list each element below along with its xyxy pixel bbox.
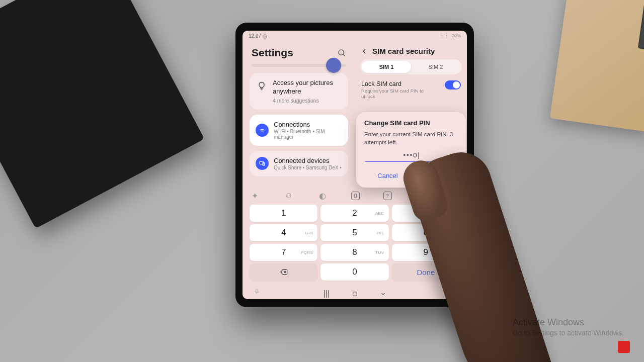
suggestion-title: Access your pictures anywhere: [273, 79, 341, 96]
product-box: Galaxy Z Fold6: [0, 0, 204, 229]
page-title: Settings: [252, 47, 293, 59]
connections-title: Connections: [274, 121, 342, 128]
text-scan-icon[interactable]: [383, 192, 392, 200]
connections-subtitle: Wi-Fi • Bluetooth • SIM manager: [274, 129, 342, 140]
lock-sim-toggle[interactable]: [445, 80, 461, 89]
channel-logo: [618, 341, 630, 353]
svg-point-0: [339, 50, 344, 55]
tab-sim-1[interactable]: SIM 1: [362, 61, 411, 73]
emoji-icon[interactable]: ☺: [283, 191, 293, 201]
profile-avatar[interactable]: [326, 58, 341, 73]
account-card-peek[interactable]: [250, 64, 348, 73]
recents-icon[interactable]: |||: [323, 290, 331, 297]
key-1[interactable]: 1: [250, 205, 317, 222]
key-backspace[interactable]: [250, 263, 317, 281]
battery-percent: 20%: [452, 33, 461, 38]
sim-tabs: SIM 1 SIM 2: [360, 59, 462, 74]
gif-icon[interactable]: ◐: [317, 191, 328, 201]
wooden-prop: [550, 0, 644, 132]
connected-devices-title: Connected devices: [274, 157, 342, 164]
key-5[interactable]: 5JKL: [320, 224, 388, 241]
lock-sim-row[interactable]: Lock SIM card Require your SIM card PIN …: [360, 79, 462, 102]
sticker-icon[interactable]: ✦: [250, 191, 260, 201]
lock-sim-title: Lock SIM card: [361, 80, 432, 87]
suggestion-card[interactable]: Access your pictures anywhere 4 more sug…: [250, 73, 348, 110]
navigation-bar: |||: [243, 287, 467, 299]
key-2[interactable]: 2ABC: [320, 205, 388, 222]
status-time: 12:07 ◎: [249, 33, 267, 39]
svg-line-1: [343, 54, 345, 56]
home-icon[interactable]: [351, 290, 359, 297]
status-bar: 12:07 ◎ ⋮⋮ 20%: [243, 31, 467, 41]
key-8[interactable]: 8TUV: [320, 244, 388, 261]
metal-hinge: [638, 4, 644, 50]
back-nav-icon[interactable]: [379, 290, 387, 297]
os-watermark: Activate Windows Go to Settings to activ…: [513, 317, 624, 337]
voice-input-icon[interactable]: [254, 288, 260, 295]
clipboard-icon[interactable]: [351, 192, 360, 200]
key-0[interactable]: 0: [320, 263, 388, 281]
svg-rect-9: [256, 289, 258, 293]
dialog-title: Change SIM card PIN: [364, 119, 458, 127]
dialog-body: Enter your current SIM card PIN. 3 attem…: [364, 131, 458, 146]
detail-title: SIM card security: [372, 47, 435, 55]
settings-pane: Settings Access your pictures anywhere 4…: [243, 41, 355, 188]
product-box-label: Galaxy Z Fold6: [0, 0, 2, 73]
wifi-icon: ⋮⋮: [440, 33, 449, 38]
search-icon[interactable]: [337, 48, 346, 57]
lock-sim-subtitle: Require your SIM card PIN to unlock: [361, 88, 432, 100]
lightbulb-icon: [257, 81, 267, 91]
sidebar-item-connections[interactable]: Connections Wi-Fi • Bluetooth • SIM mana…: [250, 115, 348, 146]
key-4[interactable]: 4GHI: [250, 224, 317, 241]
sidebar-item-connected-devices[interactable]: Connected devices Quick Share • Samsung …: [250, 151, 348, 176]
suggestion-subtitle: 4 more suggestions: [273, 98, 341, 104]
backspace-icon: [278, 268, 289, 276]
svg-rect-8: [353, 292, 357, 296]
key-7[interactable]: 7PQRS: [250, 244, 317, 261]
wifi-circle-icon: [256, 124, 269, 137]
connected-devices-subtitle: Quick Share • Samsung DeX •: [274, 165, 342, 170]
tab-sim-2[interactable]: SIM 2: [411, 61, 460, 73]
back-icon[interactable]: [360, 47, 368, 55]
svg-rect-4: [354, 194, 357, 197]
devices-circle-icon: [256, 157, 269, 170]
status-right-cluster: ⋮⋮ 20%: [440, 33, 461, 38]
svg-rect-3: [263, 163, 265, 166]
